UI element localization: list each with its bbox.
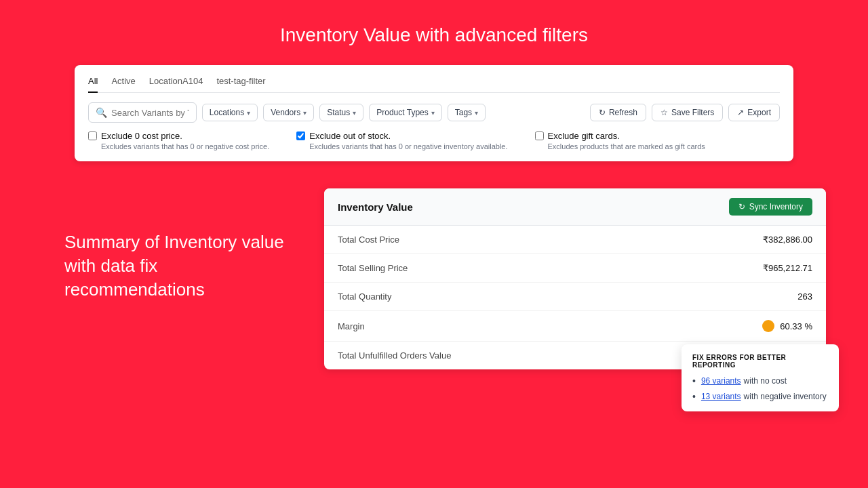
exclude-gift-cards-desc: Excludes products that are marked as gif… [535, 142, 705, 150]
summary-text: Summary of Inventory value with data fix… [64, 230, 288, 302]
chevron-down-icon: ▾ [303, 109, 307, 117]
margin-label: Margin [338, 321, 365, 331]
vendors-filter-button[interactable]: Vendors ▾ [263, 104, 314, 121]
tags-filter-button[interactable]: Tags ▾ [448, 104, 486, 121]
margin-row: Margin 60.33 % [324, 311, 826, 342]
save-filters-label: Save Filters [671, 108, 714, 117]
margin-dot-icon [762, 320, 774, 332]
total-quantity-label: Total Quantity [338, 291, 392, 302]
negative-inventory-variants-link[interactable]: 13 variants [701, 392, 741, 401]
locations-label: Locations [210, 108, 244, 117]
negative-inventory-suffix: with negative inventory [744, 392, 827, 401]
tags-label: Tags [455, 108, 472, 117]
exclude-zero-cost-desc: Excludes variants that has 0 or negative… [88, 142, 269, 150]
exclude-out-of-stock-item: Exclude out of stock. Excludes variants … [296, 131, 507, 150]
fix-item-negative-inventory: 13 variants with negative inventory [692, 391, 828, 402]
star-icon: ☆ [660, 108, 668, 117]
total-cost-price-row: Total Cost Price ₹382,886.00 [324, 226, 826, 254]
tab-active[interactable]: Active [111, 76, 135, 93]
locations-filter-button[interactable]: Locations ▾ [202, 104, 258, 121]
exclude-zero-cost-checkbox[interactable] [88, 131, 97, 140]
page-title: Inventory Value with advanced filters [0, 0, 868, 65]
exclude-zero-cost-item: Exclude 0 cost price. Excludes variants … [88, 131, 269, 150]
total-quantity-value: 263 [797, 291, 812, 302]
exclude-gift-cards-item: Exclude gift cards. Excludes products th… [535, 131, 705, 150]
search-icon: 🔍 [96, 107, 107, 118]
refresh-button[interactable]: ↻ Refresh [590, 104, 646, 121]
sync-label: Sync Inventory [749, 202, 803, 211]
chevron-down-icon: ▾ [431, 109, 435, 117]
filter-panel: All Active LocationA104 test-tag-filter … [75, 65, 793, 161]
total-selling-price-value: ₹965,212.71 [763, 263, 812, 273]
inventory-title: Inventory Value [338, 201, 413, 213]
tab-location[interactable]: LocationA104 [149, 76, 203, 93]
total-cost-price-value: ₹382,886.00 [763, 235, 812, 245]
filter-tabs: All Active LocationA104 test-tag-filter [88, 76, 780, 93]
tab-all[interactable]: All [88, 76, 98, 93]
fix-errors-title: FIX ERRORS FOR BETTER REPORTING [692, 354, 828, 369]
filter-row: 🔍 Locations ▾ Vendors ▾ Status ▾ Product… [88, 102, 780, 123]
margin-value: 60.33 % [780, 321, 812, 331]
inventory-header: Inventory Value ↻ Sync Inventory [324, 188, 826, 226]
no-cost-variants-link[interactable]: 96 variants [701, 376, 741, 386]
refresh-label: Refresh [609, 108, 637, 117]
exclude-zero-cost-label: Exclude 0 cost price. [101, 131, 182, 141]
total-unfulfilled-label: Total Unfulfilled Orders Value [338, 350, 451, 361]
exclude-out-of-stock-checkbox[interactable] [296, 131, 305, 140]
inventory-panel: Inventory Value ↻ Sync Inventory Total C… [324, 188, 826, 369]
refresh-icon: ↻ [599, 108, 606, 117]
product-types-filter-button[interactable]: Product Types ▾ [369, 104, 442, 121]
chevron-down-icon: ▾ [353, 109, 356, 117]
sync-icon: ↻ [738, 202, 745, 211]
total-quantity-row: Total Quantity 263 [324, 283, 826, 311]
total-selling-price-row: Total Selling Price ₹965,212.71 [324, 254, 826, 283]
sync-inventory-button[interactable]: ↻ Sync Inventory [729, 198, 812, 216]
export-button[interactable]: ↗ Export [728, 104, 780, 121]
export-label: Export [747, 108, 771, 117]
tab-test-tag[interactable]: test-tag-filter [216, 76, 265, 93]
save-filters-button[interactable]: ☆ Save Filters [652, 104, 723, 121]
chevron-down-icon: ▾ [475, 109, 478, 117]
export-icon: ↗ [737, 108, 744, 117]
margin-value-group: 60.33 % [762, 320, 812, 332]
total-cost-price-label: Total Cost Price [338, 235, 399, 245]
chevron-down-icon: ▾ [247, 109, 250, 117]
status-label: Status [327, 108, 350, 117]
exclude-gift-cards-checkbox[interactable] [535, 131, 544, 140]
fix-item-no-cost: 96 variants with no cost [692, 375, 828, 386]
no-cost-suffix: with no cost [744, 376, 787, 386]
search-box[interactable]: 🔍 [88, 102, 197, 123]
total-selling-price-label: Total Selling Price [338, 263, 408, 273]
vendors-label: Vendors [271, 108, 300, 117]
status-filter-button[interactable]: Status ▾ [319, 104, 363, 121]
fix-errors-panel: FIX ERRORS FOR BETTER REPORTING 96 varia… [682, 344, 839, 411]
exclude-out-of-stock-desc: Excludes variants that has 0 or negative… [296, 142, 507, 150]
exclude-out-of-stock-label: Exclude out of stock. [309, 131, 391, 141]
exclude-gift-cards-label: Exclude gift cards. [548, 131, 620, 141]
product-types-label: Product Types [376, 108, 429, 117]
search-input[interactable] [111, 108, 189, 118]
checkboxes-row: Exclude 0 cost price. Excludes variants … [88, 131, 780, 150]
